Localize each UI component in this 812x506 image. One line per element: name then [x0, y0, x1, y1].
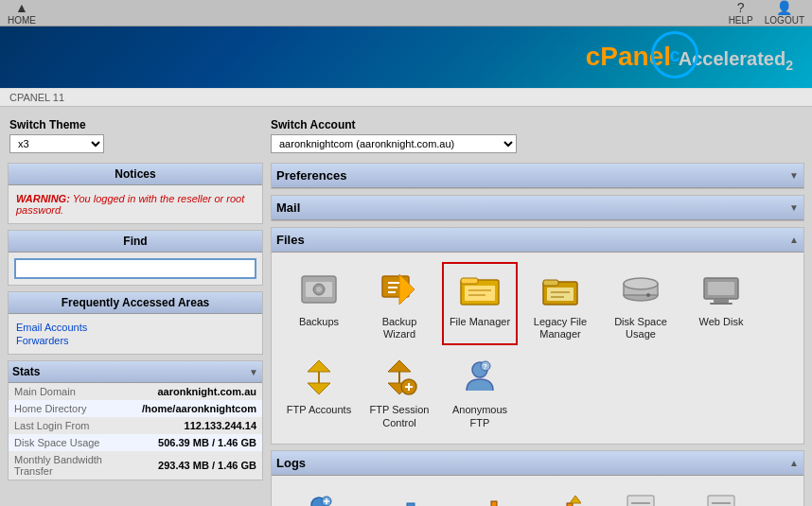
web-disk-icon	[698, 267, 744, 312]
ftp-session-control-icon	[377, 355, 422, 400]
stat-value: aaronknight.com.au	[136, 383, 262, 400]
icon-ftp-session-control[interactable]: FTP Session Control	[362, 350, 437, 433]
faq-link-email-accounts[interactable]: Email Accounts	[16, 322, 255, 333]
home-nav-item[interactable]: ▲ HOME	[8, 0, 36, 26]
svg-rect-10	[461, 278, 478, 284]
find-input[interactable]	[14, 258, 256, 279]
web-disk-label: Web Disk	[699, 316, 744, 328]
icon-backups[interactable]: Backups	[281, 262, 357, 345]
icon-latest-visitors[interactable]: Latest Visitors	[281, 485, 357, 506]
svg-rect-11	[465, 286, 495, 301]
icon-ftp-accounts[interactable]: FTP Accounts	[281, 350, 357, 433]
error-log-icon	[698, 490, 744, 506]
breadcrumb: CPANEL 11	[0, 88, 812, 107]
switch-account-select[interactable]: aaronknightcom (aaronknight.com.au)	[271, 134, 517, 153]
stats-arrow: ▼	[249, 367, 258, 377]
mail-title: Mail	[276, 201, 300, 215]
logs-header[interactable]: Logs ▲	[272, 451, 803, 476]
switch-theme-label: Switch Theme	[9, 118, 86, 131]
top-nav: ▲ HOME ? HELP 👤 LOGOUT	[0, 0, 812, 26]
table-row: Main Domain aaronknight.com.au	[9, 383, 262, 400]
mail-arrow: ▼	[789, 202, 799, 213]
files-arrow: ▲	[789, 235, 799, 245]
notices-content: WARNING: You logged in with the reseller…	[9, 185, 262, 223]
main-layout: Switch Theme x3 default classic Notices …	[0, 107, 812, 506]
table-row: Last Login From 112.133.244.14	[9, 417, 262, 434]
anonymous-ftp-label: Anonymous FTP	[447, 404, 513, 428]
icon-bandwidth[interactable]: Bandwidth	[362, 485, 437, 506]
icon-webalizer-ftp[interactable]: Webalizer FTP	[522, 485, 598, 506]
svg-text:?: ?	[483, 362, 487, 371]
find-box: Find	[8, 230, 263, 286]
frequently-accessed-content: Email Accounts Forwarders	[9, 314, 262, 354]
backup-wizard-label: Backup Wizard	[366, 316, 432, 340]
mail-header[interactable]: Mail ▼	[272, 196, 803, 220]
stats-label: Stats	[12, 365, 40, 378]
svg-point-21	[624, 278, 658, 289]
icon-error-log[interactable]: Error Log	[683, 485, 759, 506]
backups-icon	[296, 267, 342, 312]
table-row: Home Directory /home/aaronknightcom	[9, 400, 262, 417]
banner-circle-logo: c	[651, 31, 698, 79]
webalizer-icon	[457, 490, 503, 506]
svg-rect-26	[710, 303, 733, 305]
find-header: Find	[9, 231, 262, 253]
banner-logo-text: c	[586, 42, 601, 71]
help-nav-item[interactable]: ? HELP	[729, 0, 753, 26]
svg-point-3	[316, 287, 322, 292]
switch-account-group: Switch Account aaronknightcom (aaronknig…	[271, 118, 517, 153]
notices-header: Notices	[9, 164, 262, 185]
icon-file-manager[interactable]: File Manager	[442, 262, 518, 345]
logout-icon: 👤	[776, 0, 792, 15]
table-row: Monthly Bandwidth Transfer 293.43 MB / 1…	[9, 451, 262, 480]
legacy-file-manager-icon	[538, 267, 583, 312]
table-row: Disk Space Usage 506.39 MB / 1.46 GB	[9, 434, 262, 451]
switch-theme-select[interactable]: x3 default classic	[9, 134, 104, 153]
legacy-file-manager-label: Legacy File Manager	[527, 316, 593, 340]
icon-disk-space-usage[interactable]: Disk Space Usage	[603, 262, 679, 345]
icon-anonymous-ftp[interactable]: ? Anonymous FTP	[442, 350, 518, 433]
logs-arrow: ▲	[789, 458, 799, 468]
stat-label: Home Directory	[9, 400, 136, 417]
frequently-accessed-box: Frequently Accessed Areas Email Accounts…	[8, 291, 263, 355]
logs-content: Latest Visitors Bandwidth	[272, 476, 803, 506]
stat-label: Disk Space Usage	[9, 434, 136, 451]
top-nav-left: ▲ HOME	[8, 0, 36, 26]
icon-legacy-file-manager[interactable]: Legacy File Manager	[522, 262, 598, 345]
right-top: Switch Account aaronknightcom (aaronknig…	[271, 114, 804, 506]
disk-space-usage-label: Disk Space Usage	[608, 316, 674, 340]
icon-web-disk[interactable]: Web Disk	[683, 262, 759, 345]
backup-wizard-icon	[377, 267, 422, 312]
help-label: HELP	[729, 15, 753, 26]
files-content: Backups Backu	[272, 253, 803, 444]
svg-marker-30	[388, 360, 411, 372]
stat-value: 506.39 MB / 1.46 GB	[136, 434, 262, 451]
icon-webalizer[interactable]: Webalizer	[442, 485, 518, 506]
anonymous-ftp-icon: ?	[457, 355, 503, 400]
logout-nav-item[interactable]: 👤 LOGOUT	[765, 0, 804, 26]
icon-backup-wizard[interactable]: Backup Wizard	[362, 262, 437, 345]
svg-marker-28	[308, 383, 330, 394]
stat-label: Last Login From	[9, 417, 136, 434]
preferences-title: Preferences	[276, 168, 346, 183]
svg-rect-15	[543, 280, 558, 286]
find-content	[9, 253, 262, 285]
preferences-arrow: ▼	[789, 170, 799, 181]
latest-visitors-icon	[296, 490, 342, 506]
logs-section: Logs ▲	[271, 450, 804, 506]
svg-rect-16	[547, 288, 574, 301]
icon-raw-access-logs[interactable]: Raw Access Logs	[603, 485, 679, 506]
preferences-section: Preferences ▼	[271, 163, 804, 189]
svg-point-22	[646, 293, 650, 297]
switch-account-label: Switch Account	[271, 118, 356, 131]
home-icon: ▲	[15, 0, 28, 15]
faq-link-forwarders[interactable]: Forwarders	[16, 335, 255, 346]
preferences-header[interactable]: Preferences ▼	[272, 164, 803, 188]
stats-header[interactable]: Stats ▼	[9, 361, 262, 383]
stat-label: Main Domain	[9, 383, 136, 400]
stat-label: Monthly Bandwidth Transfer	[9, 451, 136, 480]
files-header[interactable]: Files ▲	[272, 228, 803, 253]
stat-value: 112.133.244.14	[136, 417, 262, 434]
svg-rect-50	[491, 501, 497, 506]
help-icon: ?	[737, 0, 745, 15]
